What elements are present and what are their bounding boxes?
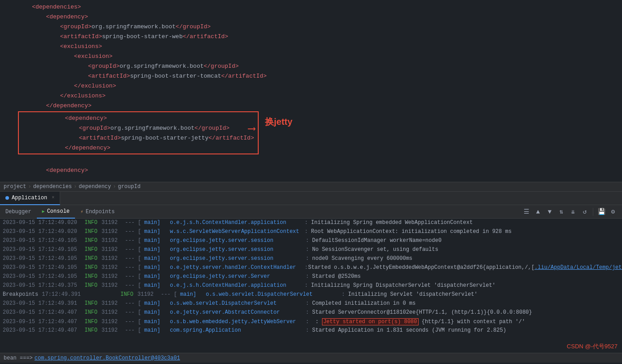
code-line: <exclusions>: [0, 41, 622, 51]
console-line: 2023-09-15 17:12:49.020 INFO 31192 --- […: [0, 219, 622, 228]
tab-debugger[interactable]: Debugger: [0, 205, 37, 219]
console-line: 2023-09-15 17:12:49.407 INFO 31192 --- […: [0, 309, 622, 318]
tab-console[interactable]: ▶ Console: [37, 205, 75, 219]
tab-endpoints[interactable]: ⚡ Endpoints: [75, 205, 120, 219]
breadcrumb-bar: project › dependencies › dependency › gr…: [0, 182, 622, 192]
breakpoints-line: Breakpoints 17:12:49.391 INFO 31192 --- …: [0, 291, 622, 300]
console-line: 2023-09-15 17:12:49.407 INFO 31192 --- […: [0, 327, 622, 336]
bean-prefix: bean ===>: [4, 355, 33, 361]
console-line: 2023-09-15 17:12:49.105 INFO 31192 --- […: [0, 246, 622, 255]
code-line: [0, 155, 622, 165]
annotation-text: 换jetty: [265, 116, 292, 128]
tab-label: Application: [12, 195, 47, 201]
toolbar-btn-reload[interactable]: ↺: [579, 206, 590, 217]
code-line: <dependency>: [19, 113, 254, 123]
code-line: <groupId>org.springframework.boot</group…: [19, 123, 254, 133]
endpoints-label: Endpoints: [86, 209, 115, 215]
console-line: 2023-09-15 17:12:49.020 INFO 31192 --- […: [0, 228, 622, 237]
tab-close-button[interactable]: ×: [52, 195, 54, 200]
code-line: <artifactId>spring-boot-starter-jetty</a…: [19, 133, 254, 143]
toolbar-btn-list[interactable]: ☰: [521, 206, 532, 217]
breadcrumb-dependencies[interactable]: dependencies: [33, 184, 72, 190]
code-line: </dependency>: [19, 143, 254, 153]
toolbar-divider: [593, 208, 593, 216]
console-icon: ▶: [42, 209, 45, 214]
console-line: 2023-09-15 17:12:49.105 INFO 31192 --- […: [0, 237, 622, 246]
console-line: 2023-09-15 17:12:49.407 INFO 31192 --- […: [0, 318, 622, 327]
console-lines: 2023-09-15 17:12:49.020 INFO 31192 --- […: [0, 219, 622, 337]
tab-dot: [5, 196, 9, 200]
console-line: 2023-09-15 17:12:49.105 INFO 31192 --- […: [0, 255, 622, 264]
port-highlight: Jetty started on port(s) 8080: [322, 318, 419, 325]
console-line: 2023-09-15 17:12:49.391 INFO 31192 --- […: [0, 300, 622, 309]
highlighted-block: <dependency> <groupId>org.springframewor…: [0, 111, 622, 154]
code-line: <groupId>org.springframework.boot</group…: [0, 61, 622, 71]
breadcrumb-project[interactable]: project: [4, 184, 26, 190]
annotation-arrow: ⟶: [248, 122, 255, 135]
code-line: </exclusions>: [0, 91, 622, 101]
console-toolbar: Debugger ▶ Console ⚡ Endpoints ☰ ▲ ▼ ⇅ ⇊…: [0, 205, 622, 219]
code-line: <exclusion>: [0, 51, 622, 61]
code-line: <dependency>: [0, 165, 622, 175]
code-line: <dependencies>: [0, 2, 622, 12]
tab-bar: Application ×: [0, 192, 622, 205]
code-line: <groupId>org.springframework.boot</group…: [0, 22, 622, 31]
editor-area: <dependencies> <dependency> <groupId>org…: [0, 0, 622, 182]
bean-link[interactable]: com.spring.controller.BookController@403…: [35, 355, 180, 361]
breadcrumb-dependency[interactable]: dependency: [79, 184, 111, 190]
console-output[interactable]: 2023-09-15 17:12:49.020 INFO 31192 --- […: [0, 219, 622, 353]
code-line: </dependency>: [0, 101, 622, 110]
toolbar-btn-settings[interactable]: ⚙: [608, 206, 618, 217]
code-line: </exclusion>: [0, 81, 622, 91]
console-line: 2023-09-15 17:12:49.105 INFO 31192 --- […: [0, 273, 622, 282]
breadcrumb-groupid[interactable]: groupId: [118, 184, 140, 190]
code-line: <artifactId>spring-boot-starter-web</art…: [0, 31, 622, 41]
code-line: <dependency>: [0, 12, 622, 22]
console-line: 2023-09-15 17:12:49.375 INFO 31192 --- […: [0, 282, 622, 291]
bottom-panel: Application × Debugger ▶ Console ⚡ Endpo…: [0, 192, 622, 363]
code-line: <artifactId>spring-boot-starter-tomcat</…: [0, 71, 622, 81]
code-lines: <dependencies> <dependency> <groupId>org…: [0, 0, 622, 177]
toolbar-btn-sort[interactable]: ⇅: [556, 206, 567, 217]
tab-application[interactable]: Application ×: [0, 192, 60, 205]
bottom-status-bar: bean ===> com.spring.controller.BookCont…: [0, 353, 622, 363]
toolbar-btn-save[interactable]: 💾: [596, 206, 607, 217]
toolbar-btn-down[interactable]: ▼: [544, 206, 555, 217]
console-line: 2023-09-15 17:12:49.105 INFO 31192 --- […: [0, 264, 622, 273]
console-label: Console: [47, 208, 70, 215]
toolbar-btn-filter[interactable]: ⇊: [568, 206, 578, 217]
debugger-label: Debugger: [5, 209, 31, 215]
endpoints-icon: ⚡: [80, 209, 84, 215]
toolbar-btn-up[interactable]: ▲: [533, 206, 543, 217]
